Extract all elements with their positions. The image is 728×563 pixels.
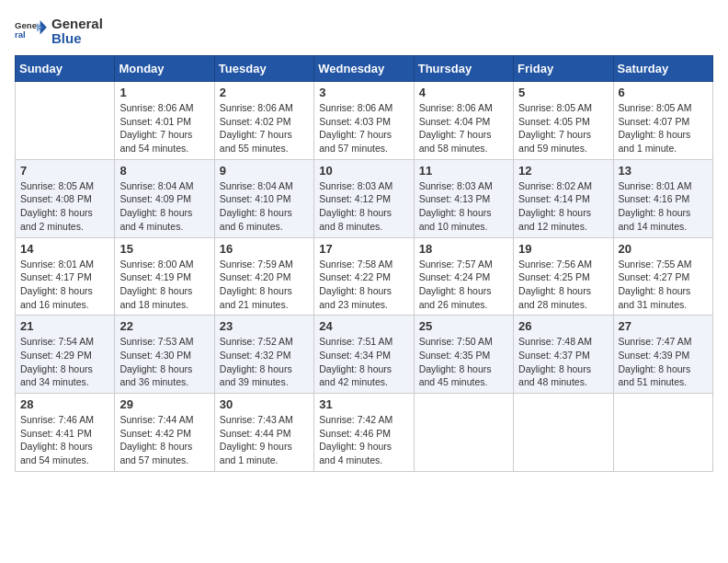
calendar-cell: 22Sunrise: 7:53 AM Sunset: 4:30 PM Dayli… (115, 316, 214, 394)
calendar-cell: 15Sunrise: 8:00 AM Sunset: 4:19 PM Dayli… (115, 237, 214, 316)
day-number: 16 (220, 242, 309, 256)
day-info: Sunrise: 8:06 AM Sunset: 4:01 PM Dayligh… (119, 101, 209, 155)
calendar-cell (514, 394, 613, 472)
weekday-header-wednesday: Wednesday (314, 56, 414, 82)
calendar-cell: 24Sunrise: 7:51 AM Sunset: 4:34 PM Dayli… (314, 316, 414, 394)
day-info: Sunrise: 7:44 AM Sunset: 4:42 PM Dayligh… (119, 413, 209, 467)
calendar-week-row: 28Sunrise: 7:46 AM Sunset: 4:41 PM Dayli… (16, 394, 713, 472)
logo-svg: Gene ral (15, 15, 48, 48)
calendar-cell: 27Sunrise: 7:47 AM Sunset: 4:39 PM Dayli… (613, 316, 712, 394)
calendar-cell: 12Sunrise: 8:02 AM Sunset: 4:14 PM Dayli… (514, 159, 613, 237)
day-info: Sunrise: 8:06 AM Sunset: 4:03 PM Dayligh… (319, 101, 408, 155)
day-number: 20 (619, 242, 708, 256)
calendar-cell: 23Sunrise: 7:52 AM Sunset: 4:32 PM Dayli… (214, 316, 313, 394)
day-number: 28 (20, 397, 109, 411)
calendar-cell: 28Sunrise: 7:46 AM Sunset: 4:41 PM Dayli… (16, 394, 115, 472)
weekday-header-monday: Monday (115, 56, 214, 82)
day-number: 18 (419, 242, 508, 256)
day-info: Sunrise: 7:46 AM Sunset: 4:41 PM Dayligh… (20, 413, 109, 467)
day-number: 23 (220, 319, 309, 333)
calendar-cell: 4Sunrise: 8:06 AM Sunset: 4:04 PM Daylig… (414, 82, 513, 160)
calendar-cell: 20Sunrise: 7:55 AM Sunset: 4:27 PM Dayli… (613, 237, 712, 316)
calendar-cell: 19Sunrise: 7:56 AM Sunset: 4:25 PM Dayli… (514, 237, 613, 316)
svg-text:ral: ral (15, 29, 26, 40)
day-info: Sunrise: 7:57 AM Sunset: 4:24 PM Dayligh… (419, 258, 508, 312)
day-number: 17 (319, 242, 408, 256)
day-info: Sunrise: 8:04 AM Sunset: 4:09 PM Dayligh… (119, 179, 209, 234)
day-number: 3 (319, 86, 408, 99)
day-info: Sunrise: 8:05 AM Sunset: 4:08 PM Dayligh… (20, 179, 109, 234)
day-info: Sunrise: 7:59 AM Sunset: 4:20 PM Dayligh… (220, 258, 309, 312)
calendar-cell: 16Sunrise: 7:59 AM Sunset: 4:20 PM Dayli… (214, 237, 313, 316)
calendar-cell: 7Sunrise: 8:05 AM Sunset: 4:08 PM Daylig… (16, 159, 115, 237)
day-number: 8 (119, 164, 209, 178)
calendar-cell: 2Sunrise: 8:06 AM Sunset: 4:02 PM Daylig… (214, 82, 313, 160)
day-info: Sunrise: 7:56 AM Sunset: 4:25 PM Dayligh… (518, 258, 608, 312)
logo-blue-text: Blue (51, 31, 103, 47)
day-info: Sunrise: 7:58 AM Sunset: 4:22 PM Dayligh… (319, 258, 408, 312)
day-info: Sunrise: 7:43 AM Sunset: 4:44 PM Dayligh… (220, 413, 309, 467)
calendar-table: SundayMondayTuesdayWednesdayThursdayFrid… (15, 55, 713, 472)
day-info: Sunrise: 7:51 AM Sunset: 4:34 PM Dayligh… (319, 335, 408, 389)
day-number: 31 (319, 397, 408, 411)
day-number: 12 (518, 164, 608, 178)
day-number: 6 (619, 86, 708, 99)
day-number: 2 (220, 86, 309, 99)
calendar-cell: 3Sunrise: 8:06 AM Sunset: 4:03 PM Daylig… (314, 82, 414, 160)
calendar-cell: 17Sunrise: 7:58 AM Sunset: 4:22 PM Dayli… (314, 237, 414, 316)
weekday-header-row: SundayMondayTuesdayWednesdayThursdayFrid… (16, 56, 713, 82)
day-info: Sunrise: 8:04 AM Sunset: 4:10 PM Dayligh… (220, 179, 309, 234)
day-number: 15 (119, 242, 209, 256)
day-info: Sunrise: 7:55 AM Sunset: 4:27 PM Dayligh… (619, 258, 708, 312)
calendar-cell: 5Sunrise: 8:05 AM Sunset: 4:05 PM Daylig… (514, 82, 613, 160)
day-number: 25 (419, 319, 508, 333)
day-info: Sunrise: 8:02 AM Sunset: 4:14 PM Dayligh… (518, 179, 608, 234)
day-number: 7 (20, 164, 109, 178)
calendar-cell: 6Sunrise: 8:05 AM Sunset: 4:07 PM Daylig… (613, 82, 712, 160)
day-number: 10 (319, 164, 408, 178)
day-number: 27 (619, 319, 708, 333)
weekday-header-tuesday: Tuesday (214, 56, 313, 82)
day-number: 19 (518, 242, 608, 256)
calendar-cell (613, 394, 712, 472)
day-number: 26 (518, 319, 608, 333)
logo-general-text: General (51, 17, 103, 32)
day-number: 24 (319, 319, 408, 333)
day-info: Sunrise: 7:42 AM Sunset: 4:46 PM Dayligh… (319, 413, 408, 467)
calendar-cell: 26Sunrise: 7:48 AM Sunset: 4:37 PM Dayli… (514, 316, 613, 394)
weekday-header-friday: Friday (514, 56, 613, 82)
calendar-cell (16, 82, 115, 160)
calendar-cell: 10Sunrise: 8:03 AM Sunset: 4:12 PM Dayli… (314, 159, 414, 237)
calendar-cell: 21Sunrise: 7:54 AM Sunset: 4:29 PM Dayli… (16, 316, 115, 394)
calendar-week-row: 14Sunrise: 8:01 AM Sunset: 4:17 PM Dayli… (16, 237, 713, 316)
day-info: Sunrise: 7:54 AM Sunset: 4:29 PM Dayligh… (20, 335, 109, 389)
day-info: Sunrise: 8:03 AM Sunset: 4:12 PM Dayligh… (319, 179, 408, 234)
calendar-cell: 11Sunrise: 8:03 AM Sunset: 4:13 PM Dayli… (414, 159, 513, 237)
calendar-cell: 9Sunrise: 8:04 AM Sunset: 4:10 PM Daylig… (214, 159, 313, 237)
calendar-cell: 1Sunrise: 8:06 AM Sunset: 4:01 PM Daylig… (115, 82, 214, 160)
calendar-cell: 13Sunrise: 8:01 AM Sunset: 4:16 PM Dayli… (613, 159, 712, 237)
day-number: 30 (220, 397, 309, 411)
day-info: Sunrise: 7:52 AM Sunset: 4:32 PM Dayligh… (220, 335, 309, 389)
weekday-header-sunday: Sunday (16, 56, 115, 82)
calendar-cell: 31Sunrise: 7:42 AM Sunset: 4:46 PM Dayli… (314, 394, 414, 472)
day-number: 11 (419, 164, 508, 178)
logo: Gene ral General Blue (15, 15, 103, 48)
day-info: Sunrise: 7:47 AM Sunset: 4:39 PM Dayligh… (619, 335, 708, 389)
calendar-cell: 30Sunrise: 7:43 AM Sunset: 4:44 PM Dayli… (214, 394, 313, 472)
header: Gene ral General Blue (15, 15, 713, 48)
day-info: Sunrise: 8:00 AM Sunset: 4:19 PM Dayligh… (119, 258, 209, 312)
day-info: Sunrise: 7:50 AM Sunset: 4:35 PM Dayligh… (419, 335, 508, 389)
day-info: Sunrise: 8:01 AM Sunset: 4:16 PM Dayligh… (619, 179, 708, 234)
day-info: Sunrise: 8:03 AM Sunset: 4:13 PM Dayligh… (419, 179, 508, 234)
day-number: 14 (20, 242, 109, 256)
calendar-cell: 25Sunrise: 7:50 AM Sunset: 4:35 PM Dayli… (414, 316, 513, 394)
day-info: Sunrise: 8:06 AM Sunset: 4:04 PM Dayligh… (419, 101, 508, 155)
day-info: Sunrise: 8:05 AM Sunset: 4:07 PM Dayligh… (619, 101, 708, 155)
day-number: 1 (119, 86, 209, 99)
day-number: 4 (419, 86, 508, 99)
logo-wordmark: General Blue (51, 17, 103, 47)
weekday-header-saturday: Saturday (613, 56, 712, 82)
day-number: 29 (119, 397, 209, 411)
day-info: Sunrise: 7:48 AM Sunset: 4:37 PM Dayligh… (518, 335, 608, 389)
